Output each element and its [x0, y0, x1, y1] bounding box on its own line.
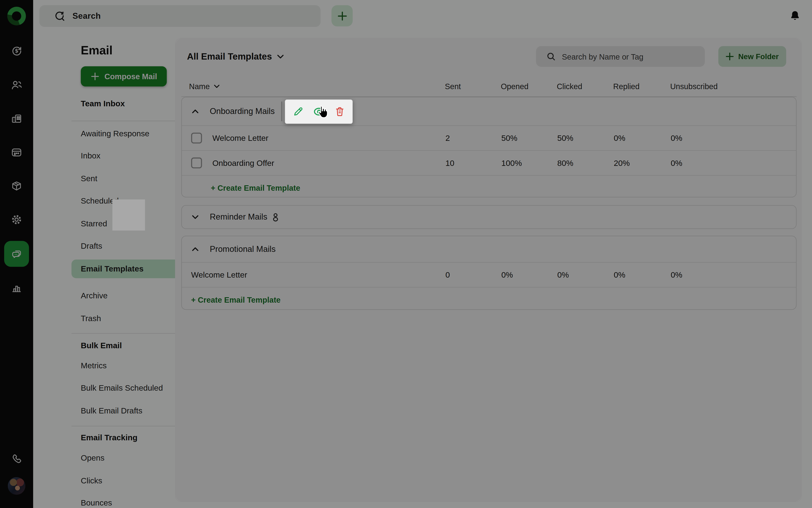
drag-ghost-square: [112, 200, 145, 230]
hand-cursor: [315, 105, 329, 120]
delete-trash-icon[interactable]: [334, 106, 345, 117]
app-root: $: [0, 0, 812, 508]
edit-pencil-icon[interactable]: [292, 106, 304, 117]
dim-overlay: [0, 0, 812, 508]
